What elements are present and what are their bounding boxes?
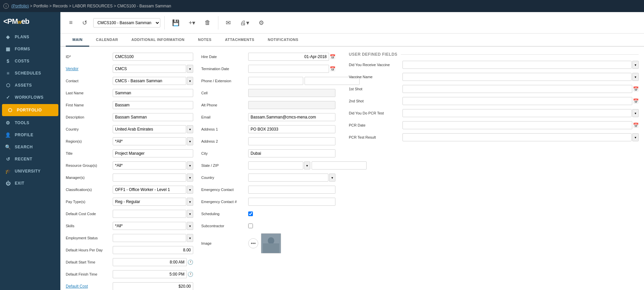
region-input[interactable] <box>113 137 186 145</box>
vaccine-name-input[interactable] <box>402 73 632 81</box>
history-button[interactable]: ↺ <box>79 17 91 29</box>
subcontractor-checkbox[interactable] <box>248 224 253 228</box>
phone-input[interactable] <box>248 77 303 85</box>
resource-group-dropdown-btn[interactable]: ▾ <box>187 161 193 170</box>
sidebar-item-tools[interactable]: ⚙ TOOLS <box>0 117 60 129</box>
country-dropdown-btn[interactable]: ▾ <box>187 125 193 133</box>
employment-status-dropdown-btn[interactable]: ▾ <box>187 234 193 242</box>
vendor-link[interactable]: Vendor <box>66 66 78 71</box>
employment-status-input[interactable] <box>113 234 186 242</box>
clock-icon-finish[interactable]: 🕐 <box>187 272 193 277</box>
pay-type-input[interactable] <box>113 198 186 206</box>
tab-calendar[interactable]: CALENDAR <box>89 34 125 47</box>
vaccine-name-dropdown-btn[interactable]: ▾ <box>632 73 639 81</box>
image-more-button[interactable]: ••• <box>248 238 258 248</box>
skills-input[interactable] <box>113 222 186 230</box>
tab-additional[interactable]: ADDITIONAL INFORMATION <box>125 34 191 47</box>
clock-icon-start[interactable]: 🕐 <box>187 259 193 265</box>
sidebar-item-workflows[interactable]: ✓ WORKFLOWS <box>0 91 60 103</box>
resource-group-input[interactable] <box>113 161 186 170</box>
tab-attachments[interactable]: ATTACHMENTS <box>218 34 261 47</box>
description-input[interactable] <box>113 113 193 121</box>
first-shot-input[interactable] <box>402 85 632 93</box>
hire-date-input[interactable] <box>248 53 329 61</box>
pcr-date-input[interactable] <box>402 121 632 129</box>
sidebar-item-university[interactable]: 🎓 UNIVERSITY <box>0 165 60 177</box>
termination-date-input[interactable] <box>248 65 329 73</box>
state-input[interactable] <box>248 161 303 170</box>
pcr-result-dropdown-btn[interactable]: ▾ <box>632 133 639 141</box>
default-cost-code-input[interactable] <box>113 210 186 218</box>
email-button[interactable]: ✉ <box>222 17 234 29</box>
first-name-input[interactable] <box>113 101 193 109</box>
pcr-test-dropdown-btn[interactable]: ▾ <box>632 109 639 117</box>
sidebar-item-forms[interactable]: ▦ FORMS <box>0 43 60 55</box>
toolbar-separator-2 <box>218 16 218 30</box>
contact-input[interactable] <box>113 77 186 85</box>
default-hours-input[interactable] <box>113 246 193 254</box>
manager-dropdown-btn[interactable]: ▾ <box>187 174 193 182</box>
skills-dropdown-btn[interactable]: ▾ <box>187 222 193 230</box>
email-input[interactable] <box>248 113 335 121</box>
tab-notes[interactable]: NOTES <box>191 34 218 47</box>
add-button[interactable]: +▾ <box>185 17 199 29</box>
middle-country-input[interactable] <box>248 174 328 182</box>
cell-input[interactable] <box>248 89 335 97</box>
portfolio-link[interactable]: (Portfolio) <box>11 4 29 8</box>
sidebar-item-costs[interactable]: $ COSTS <box>0 55 60 67</box>
sidebar-item-assets[interactable]: ⬡ ASSETS <box>0 79 60 91</box>
middle-country-dropdown-btn[interactable]: ▾ <box>329 174 335 182</box>
default-cost-code-dropdown-btn[interactable]: ▾ <box>187 210 193 218</box>
record-selector[interactable]: CMCS100 - Bassam Samman <box>93 18 160 28</box>
pay-type-dropdown-btn[interactable]: ▾ <box>187 198 193 206</box>
tab-notifications[interactable]: NOTIFICATIONS <box>261 34 305 47</box>
calendar-icon-hire[interactable]: 📅 <box>330 54 335 59</box>
sidebar-item-plans[interactable]: ◈ PLANS <box>0 31 60 43</box>
address2-input[interactable] <box>248 137 335 145</box>
delete-button[interactable]: 🗑 <box>201 17 214 28</box>
calendar-icon-term[interactable]: 📅 <box>330 66 335 71</box>
country-input[interactable] <box>113 125 186 133</box>
pcr-test-input[interactable] <box>402 109 632 117</box>
state-dropdown-btn[interactable]: ▾ <box>304 161 310 170</box>
sidebar-item-profile[interactable]: 👤 PROFILE <box>0 129 60 141</box>
id-input[interactable] <box>113 53 193 61</box>
tab-main[interactable]: MAIN <box>66 34 89 47</box>
emergency-contact-input[interactable] <box>248 186 335 194</box>
calendar-icon-pcr-date[interactable]: 📅 <box>633 123 639 128</box>
manager-input[interactable] <box>113 174 186 182</box>
pcr-result-input[interactable] <box>402 133 632 141</box>
sidebar-item-exit[interactable]: ⏻ EXIT <box>0 177 60 189</box>
second-shot-input[interactable] <box>402 97 632 105</box>
city-input[interactable] <box>248 149 335 157</box>
sidebar-item-recent[interactable]: ↺ RECENT <box>0 153 60 165</box>
print-button[interactable]: 🖨▾ <box>237 17 253 29</box>
default-cost-link[interactable]: Default Cost <box>66 284 88 289</box>
sidebar-item-schedules[interactable]: ≡ SCHEDULES <box>0 67 60 79</box>
classification-input[interactable] <box>113 186 186 194</box>
sidebar-item-search[interactable]: 🔍 SEARCH <box>0 141 60 153</box>
last-name-input[interactable] <box>113 89 193 97</box>
vaccine-receive-dropdown-btn[interactable]: ▾ <box>632 61 639 69</box>
vendor-dropdown-btn[interactable]: ▾ <box>187 65 193 73</box>
default-cost-input[interactable] <box>113 282 193 290</box>
sidebar-item-portfolio[interactable]: ⬡ PORTFOLIO <box>2 104 58 116</box>
vaccine-receive-input[interactable] <box>402 61 632 69</box>
default-start-input[interactable] <box>113 258 187 266</box>
contact-dropdown-btn[interactable]: ▾ <box>187 77 193 85</box>
vendor-input[interactable] <box>113 65 186 73</box>
info-icon[interactable]: i <box>3 3 9 9</box>
title-input[interactable] <box>113 149 193 157</box>
address1-input[interactable] <box>248 125 335 133</box>
alt-phone-input[interactable] <box>248 101 335 109</box>
scheduling-checkbox[interactable] <box>248 211 253 216</box>
list-view-button[interactable]: ≡ <box>66 17 76 28</box>
region-dropdown-btn[interactable]: ▾ <box>187 137 193 145</box>
calendar-icon-second-shot[interactable]: 📅 <box>633 98 639 104</box>
classification-dropdown-btn[interactable]: ▾ <box>187 186 193 194</box>
toggle-button[interactable]: ⚙ <box>255 17 267 29</box>
save-button[interactable]: 💾 <box>169 17 183 29</box>
calendar-icon-first-shot[interactable]: 📅 <box>633 86 639 92</box>
emergency-contact-num-input[interactable] <box>248 198 335 206</box>
default-finish-input[interactable] <box>113 270 187 278</box>
